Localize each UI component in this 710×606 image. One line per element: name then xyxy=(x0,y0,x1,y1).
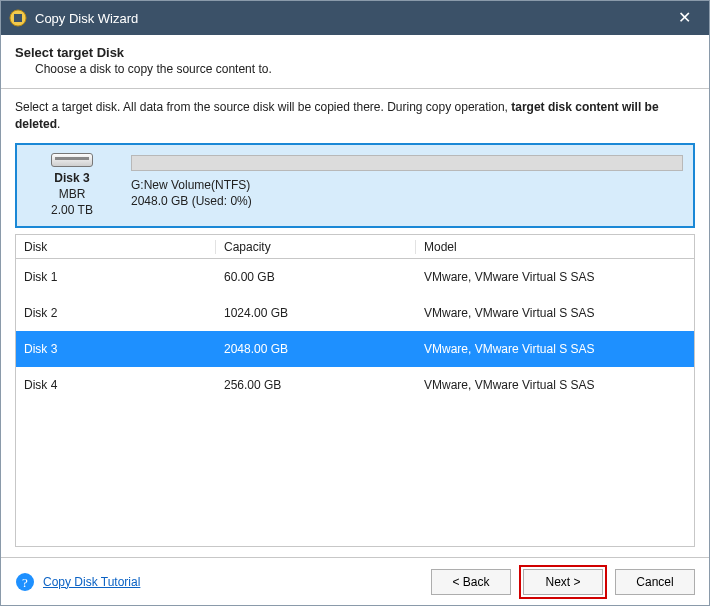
table-row[interactable]: Disk 32048.00 GBVMware, VMware Virtual S… xyxy=(16,331,694,367)
wizard-header: Select target Disk Choose a disk to copy… xyxy=(1,35,709,89)
cell-capacity: 1024.00 GB xyxy=(216,306,416,320)
wizard-window: Copy Disk Wizard ✕ Select target Disk Ch… xyxy=(0,0,710,606)
cell-model: VMware, VMware Virtual S SAS xyxy=(416,378,694,392)
page-title: Select target Disk xyxy=(15,45,695,60)
usage-bar xyxy=(131,155,683,171)
back-button[interactable]: < Back xyxy=(431,569,511,595)
col-capacity[interactable]: Capacity xyxy=(216,240,416,254)
next-button-highlight: Next > xyxy=(519,565,607,599)
table-row[interactable]: Disk 160.00 GBVMware, VMware Virtual S S… xyxy=(16,259,694,295)
svg-rect-1 xyxy=(14,14,22,22)
table-row[interactable]: Disk 21024.00 GBVMware, VMware Virtual S… xyxy=(16,295,694,331)
help-link[interactable]: Copy Disk Tutorial xyxy=(43,575,140,589)
table-header: Disk Capacity Model xyxy=(16,235,694,259)
volume-label: G:New Volume(NTFS) xyxy=(131,177,683,193)
table-body: Disk 160.00 GBVMware, VMware Virtual S S… xyxy=(16,259,694,546)
wizard-body: Select a target disk. All data from the … xyxy=(1,89,709,557)
selected-disk-scheme: MBR xyxy=(51,186,93,202)
close-icon[interactable]: ✕ xyxy=(670,6,699,30)
col-disk[interactable]: Disk xyxy=(16,240,216,254)
selected-disk-meta: Disk 3 MBR 2.00 TB xyxy=(27,153,117,219)
help-area: ? Copy Disk Tutorial xyxy=(15,572,423,592)
page-subtitle: Choose a disk to copy the source content… xyxy=(35,62,695,76)
cancel-button[interactable]: Cancel xyxy=(615,569,695,595)
instruction-text: Select a target disk. All data from the … xyxy=(15,99,695,133)
instruction-post: . xyxy=(57,117,60,131)
selected-disk-size: 2.00 TB xyxy=(51,202,93,218)
cell-capacity: 60.00 GB xyxy=(216,270,416,284)
disk-icon xyxy=(51,153,93,167)
help-icon[interactable]: ? xyxy=(15,572,35,592)
cell-disk: Disk 4 xyxy=(16,378,216,392)
selected-disk-info: Disk 3 MBR 2.00 TB xyxy=(51,170,93,219)
instruction-pre: Select a target disk. All data from the … xyxy=(15,100,511,114)
app-icon xyxy=(9,9,27,27)
cell-disk: Disk 2 xyxy=(16,306,216,320)
cell-disk: Disk 1 xyxy=(16,270,216,284)
wizard-footer: ? Copy Disk Tutorial < Back Next > Cance… xyxy=(1,557,709,605)
disk-table: Disk Capacity Model Disk 160.00 GBVMware… xyxy=(15,234,695,547)
cell-model: VMware, VMware Virtual S SAS xyxy=(416,270,694,284)
cell-capacity: 2048.00 GB xyxy=(216,342,416,356)
cell-capacity: 256.00 GB xyxy=(216,378,416,392)
svg-text:?: ? xyxy=(22,575,28,590)
selected-disk-panel: Disk 3 MBR 2.00 TB G:New Volume(NTFS) 20… xyxy=(15,143,695,229)
cell-model: VMware, VMware Virtual S SAS xyxy=(416,342,694,356)
col-model[interactable]: Model xyxy=(416,240,694,254)
titlebar: Copy Disk Wizard ✕ xyxy=(1,1,709,35)
window-title: Copy Disk Wizard xyxy=(35,11,670,26)
selected-disk-name: Disk 3 xyxy=(51,170,93,186)
cell-disk: Disk 3 xyxy=(16,342,216,356)
volume-usage: 2048.0 GB (Used: 0%) xyxy=(131,193,683,209)
next-button[interactable]: Next > xyxy=(523,569,603,595)
table-row[interactable]: Disk 4256.00 GBVMware, VMware Virtual S … xyxy=(16,367,694,403)
selected-disk-volume: G:New Volume(NTFS) 2048.0 GB (Used: 0%) xyxy=(131,153,683,209)
cell-model: VMware, VMware Virtual S SAS xyxy=(416,306,694,320)
